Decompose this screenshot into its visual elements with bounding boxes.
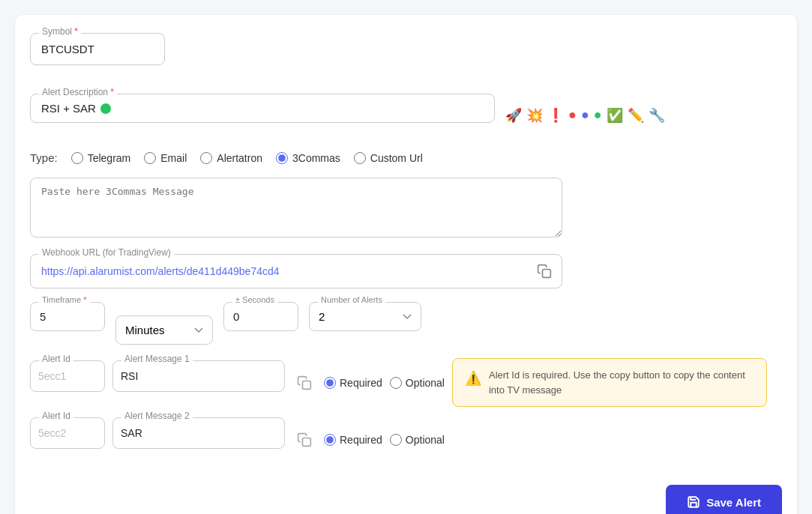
alert-id-2-input[interactable] (30, 417, 105, 449)
warning-text: Alert Id is required. Use the copy butto… (489, 368, 754, 397)
number-of-alerts-select[interactable]: 2 1 3 4 5 (309, 302, 421, 331)
type-3commas[interactable]: 3Commas (276, 152, 340, 164)
type-alertatron[interactable]: Alertatron (200, 152, 262, 164)
type-alertatron-radio[interactable] (200, 152, 212, 164)
type-email[interactable]: Email (144, 152, 187, 164)
optional-2-label[interactable]: Optional (390, 434, 445, 446)
req-opt-2: Required Optional (324, 434, 445, 446)
copy-webhook-button[interactable] (534, 261, 555, 282)
optional-1-label[interactable]: Optional (390, 377, 445, 389)
type-label: Type: (30, 151, 58, 164)
status-dot (100, 103, 111, 114)
save-button-label: Save Alert (706, 496, 761, 509)
number-of-alerts-label: Number of Alerts (318, 295, 385, 304)
emoji-bar: 🚀 💥 ❗ ● ● ● ✅ ✏️ 🔧 (505, 107, 665, 124)
alert-msg-1-input[interactable] (112, 360, 285, 392)
required-2-label[interactable]: Required (324, 434, 382, 446)
symbol-input[interactable] (30, 33, 165, 65)
type-telegram-radio[interactable] (71, 152, 83, 164)
seconds-label: ± Seconds (232, 295, 277, 304)
timeframe-input[interactable] (30, 302, 105, 331)
alert-msg-2-label: Alert Message 2 (121, 411, 193, 421)
alert-msg-1-label: Alert Message 1 (121, 354, 193, 364)
required-1-label[interactable]: Required (324, 377, 382, 389)
message-textarea[interactable] (30, 178, 562, 238)
alert-description-value: RSI + SAR (41, 102, 96, 115)
warning-icon: ⚠️ (465, 369, 481, 389)
alert-messages-container: Alert Id Alert Message 1 Required Option… (30, 358, 782, 462)
alert-msg-2-input[interactable] (112, 417, 285, 449)
warning-box: ⚠️ Alert Id is required. Use the copy bu… (452, 358, 767, 407)
save-alert-button[interactable]: Save Alert (666, 485, 782, 514)
alert-id-2-label: Alert Id (39, 411, 73, 421)
copy-alert-2-button[interactable] (292, 428, 316, 452)
alert-row-1: Alert Id Alert Message 1 Required Option… (30, 358, 782, 407)
seconds-input[interactable] (223, 302, 298, 331)
symbol-label: Symbol * (39, 26, 81, 37)
type-custom-url-radio[interactable] (354, 152, 366, 164)
req-opt-1: Required Optional (324, 377, 445, 389)
type-email-radio[interactable] (144, 152, 156, 164)
type-row: Type: Telegram Email Alertatron 3Commas … (30, 151, 782, 164)
alert-description-label: Alert Description * (39, 87, 117, 97)
alert-id-1-input[interactable] (30, 360, 105, 392)
optional-2-radio[interactable] (390, 434, 402, 446)
optional-1-radio[interactable] (390, 377, 402, 389)
svg-rect-0 (543, 270, 551, 278)
type-telegram[interactable]: Telegram (71, 152, 131, 164)
type-3commas-radio[interactable] (276, 152, 288, 164)
webhook-label: Webhook URL (for TradingView) (39, 247, 174, 258)
svg-rect-1 (303, 381, 311, 389)
type-custom-url[interactable]: Custom Url (354, 152, 423, 164)
save-icon (687, 495, 700, 509)
copy-alert-1-button[interactable] (292, 371, 316, 395)
svg-rect-2 (303, 438, 311, 447)
webhook-input[interactable] (30, 254, 562, 288)
minutes-select[interactable]: Minutes Seconds Hours Days (115, 315, 213, 345)
required-1-radio[interactable] (324, 377, 336, 389)
required-2-radio[interactable] (324, 434, 336, 446)
alert-row-2: Alert Id Alert Message 2 Required Option… (30, 417, 782, 462)
timeframe-label: Timeframe * (39, 295, 90, 304)
alert-id-1-label: Alert Id (39, 354, 73, 364)
